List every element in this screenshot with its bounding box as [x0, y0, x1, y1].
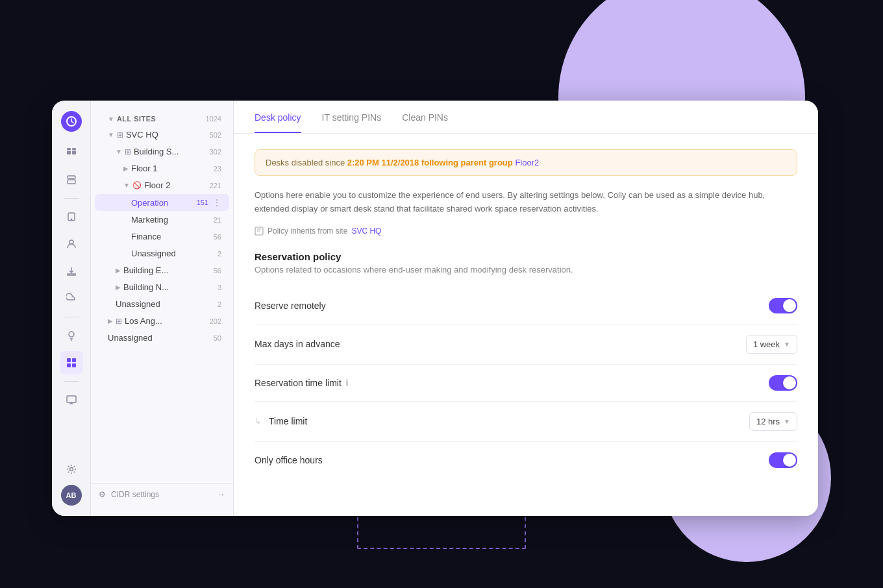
marketing-label: Marketing [131, 215, 210, 225]
setting-row-time-limit: Reservation time limit ℹ [255, 365, 797, 402]
nav-item-building-n[interactable]: ▶ Building N... 3 [95, 279, 229, 295]
user-avatar[interactable]: AB [61, 485, 82, 506]
time-limit-hrs-dropdown[interactable]: 12 hrs ▼ [749, 412, 797, 431]
nav-item-unassigned1[interactable]: Unassigned 2 [95, 245, 229, 262]
main-card: AB ▼ ALL SITES 1024 ▼ ⊞ SVC HQ 502 [52, 101, 818, 516]
nav-icon-layers[interactable] [60, 168, 83, 191]
operation-count: 151 [197, 199, 208, 206]
setting-row-max-days: Max days in advance 1 week ▼ [255, 325, 797, 365]
svg-point-8 [71, 219, 72, 220]
building-s-icon: ⊞ [125, 147, 131, 156]
floor2-icon: 🚫 [132, 181, 142, 190]
cidr-settings-label: CIDR settings [111, 490, 159, 499]
finance-count: 56 [214, 233, 221, 241]
time-limit-hrs-value: 12 hrs ▼ [749, 412, 797, 431]
svg-rect-2 [72, 151, 76, 154]
unassigned3-count: 50 [214, 334, 221, 342]
max-days-chevron-icon: ▼ [784, 341, 790, 348]
nav-item-los-ang[interactable]: ▶ ⊞ Los Ang... 202 [95, 313, 229, 329]
policy-inherit-link[interactable]: SVC HQ [351, 227, 381, 236]
unassigned2-count: 2 [218, 300, 221, 308]
nav-item-floor1[interactable]: ▶ Floor 1 23 [95, 160, 229, 177]
setting-row-office-hours: Only office hours [255, 442, 797, 478]
all-sites-label: ALL SITES [117, 115, 202, 123]
tab-clean-pins[interactable]: Clean PINs [402, 101, 448, 133]
nav-item-floor2[interactable]: ▼ 🚫 Floor 2 221 [95, 177, 229, 193]
svg-point-9 [69, 240, 73, 244]
warning-highlight: 2:20 PM 11/2/2018 following parent group [347, 158, 513, 167]
floor1-count: 23 [214, 165, 221, 173]
policy-inherit-prefix: Policy inherits from site [267, 227, 347, 236]
nav-footer[interactable]: ⚙ CIDR settings → [91, 483, 233, 506]
nav-item-building-s[interactable]: ▼ ⊞ Building S... 302 [95, 143, 229, 160]
nav-arrow-floor2: ▼ [123, 182, 130, 189]
svg-rect-12 [67, 363, 71, 367]
operation-label: Operation [131, 198, 193, 208]
time-limit-value [769, 375, 797, 391]
svg-rect-1 [67, 151, 71, 154]
nav-icon-download[interactable] [60, 260, 83, 283]
time-limit-info-icon: ℹ [345, 378, 349, 387]
los-ang-count: 202 [210, 317, 221, 325]
nav-icon-grid[interactable] [60, 351, 83, 374]
nav-icon-user[interactable] [60, 232, 83, 256]
reservation-policy-subtitle: Options related to occasions where end-u… [255, 265, 797, 275]
time-limit-toggle[interactable] [769, 375, 797, 391]
nav-arrow-floor1: ▶ [123, 165, 129, 172]
tab-it-setting-pins[interactable]: IT setting PINs [322, 101, 382, 133]
warning-banner: Desks disabled since 2:20 PM 11/2/2018 f… [255, 149, 797, 176]
nav-item-svc-hq[interactable]: ▼ ⊞ SVC HQ 502 [95, 127, 229, 143]
floor2-label: Floor 2 [144, 180, 206, 190]
reserve-remotely-toggle[interactable] [769, 298, 797, 313]
los-ang-icon: ⊞ [116, 317, 122, 326]
all-sites-count: 1024 [206, 115, 221, 123]
max-days-dropdown[interactable]: 1 week ▼ [746, 335, 797, 354]
nav-icon-home[interactable] [60, 141, 83, 164]
warning-link[interactable]: Floor2 [515, 158, 539, 167]
app-logo[interactable] [61, 111, 82, 132]
floor2-count: 221 [210, 182, 221, 190]
reservation-policy-title: Reservation policy [255, 251, 797, 262]
nav-item-finance[interactable]: Finance 56 [95, 228, 229, 245]
nav-arrow-all-sites: ▼ [108, 116, 114, 123]
nav-item-unassigned2[interactable]: Unassigned 2 [95, 296, 229, 312]
max-days-label: Max days in advance [255, 339, 746, 349]
unassigned2-label: Unassigned [116, 299, 214, 309]
building-n-label: Building N... [123, 282, 214, 292]
unassigned3-label: Unassigned [108, 333, 210, 343]
nav-icon-lightbulb[interactable] [60, 324, 83, 347]
divider-3 [64, 381, 79, 382]
nav-icon-settings[interactable] [60, 458, 83, 481]
nav-item-building-e[interactable]: ▶ Building E... 56 [95, 262, 229, 278]
nav-item-unassigned3[interactable]: Unassigned 50 [95, 330, 229, 346]
floor1-label: Floor 1 [131, 164, 210, 173]
nav-icon-device[interactable] [60, 205, 83, 228]
max-days-value: 1 week ▼ [746, 335, 797, 354]
unassigned1-count: 2 [218, 250, 221, 258]
nav-item-operation[interactable]: Operation 151 ⋮ [95, 194, 229, 211]
time-limit-hrs-label: ↳ Time limit [255, 416, 749, 426]
svc-hq-icon: ⊞ [117, 130, 123, 140]
nav-item-marketing[interactable]: Marketing 21 [95, 212, 229, 228]
warning-prefix: Desks disabled since [266, 158, 347, 167]
dashed-rectangle [357, 510, 526, 549]
nav-arrow-los-ang: ▶ [108, 317, 113, 325]
nav-icon-cloud[interactable] [60, 287, 83, 310]
divider-2 [64, 317, 79, 317]
time-limit-label: Reservation time limit ℹ [255, 378, 769, 388]
tab-desk-policy[interactable]: Desk policy [255, 101, 301, 133]
reserve-remotely-label: Reserve remotely [255, 300, 769, 311]
marketing-count: 21 [214, 216, 221, 224]
nav-arrow-building-e: ▶ [116, 267, 121, 274]
policy-inherit: Policy inherits from site SVC HQ [255, 227, 797, 236]
office-hours-toggle[interactable] [769, 452, 797, 468]
cidr-arrow: → [218, 490, 225, 499]
indent-arrow-icon: ↳ [255, 417, 261, 426]
svc-hq-label: SVC HQ [126, 130, 206, 140]
building-s-label: Building S... [134, 147, 206, 156]
operation-more-icon[interactable]: ⋮ [212, 197, 221, 208]
office-hours-label: Only office hours [255, 455, 769, 465]
building-s-count: 302 [210, 148, 221, 156]
nav-icon-display[interactable] [60, 388, 83, 411]
nav-item-all-sites[interactable]: ▼ ALL SITES 1024 [95, 112, 229, 126]
